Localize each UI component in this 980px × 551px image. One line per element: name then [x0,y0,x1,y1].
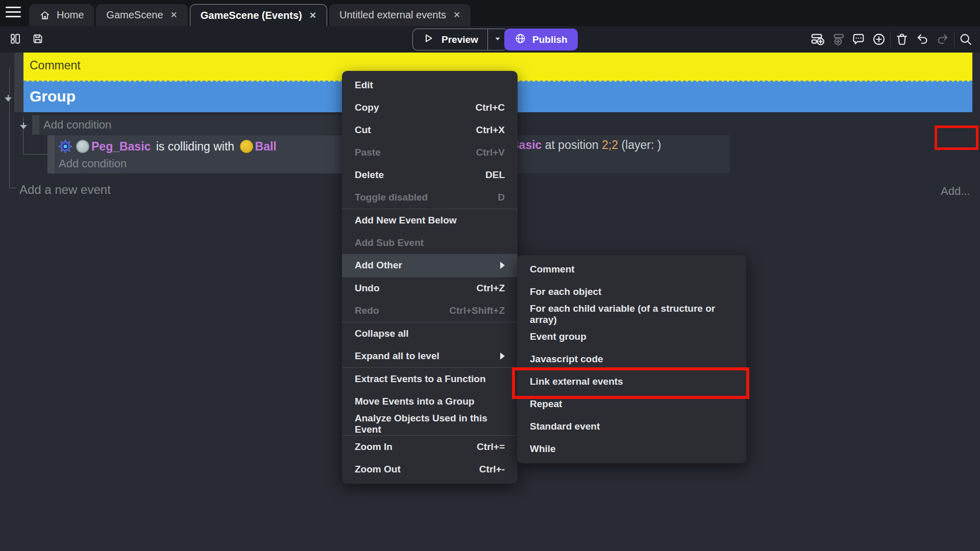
condition-text: is colliding with [153,140,237,154]
context-menu-item-expand-all-to-level[interactable]: Expand all to level [342,345,518,367]
menu-item-shortcut: Ctrl+- [479,464,505,475]
menu-item-label: For each object [530,286,601,297]
add-circle-icon[interactable] [869,31,889,48]
context-menu-item-add-new-event-below[interactable]: Add New Event Below [342,209,518,232]
comment-text: Comment [30,59,81,72]
home-icon [39,10,51,21]
submenu-item-event-group[interactable]: Event group [517,325,746,348]
context-menu-item-extract-events-to-a-function[interactable]: Extract Events to a Function [342,368,518,390]
publish-button[interactable]: Publish [504,29,578,51]
preview-button-label: Preview [442,34,478,45]
panels-icon[interactable] [7,31,23,47]
context-menu-item-edit[interactable]: Edit [342,74,518,96]
search-icon[interactable] [955,31,976,48]
condition-row[interactable]: Peg_Basic is colliding with Ball [59,137,277,156]
menu-item-shortcut: Ctrl+Shift+Z [449,305,505,316]
tab-gamescene-events[interactable]: GameScene (Events)✕ [190,4,327,26]
object-name: Peg_Basic [91,140,151,154]
submenu-item-standard-event[interactable]: Standard event [517,415,746,438]
submenu-arrow-icon [500,262,505,269]
preview-button-group: Preview [412,29,508,51]
tree-line-elbow [9,188,16,188]
menu-item-label: Paste [355,147,381,158]
collision-condition-icon [59,140,72,153]
tab-close-icon[interactable]: ✕ [169,10,178,20]
menu-item-label: Toggle disabled [355,192,428,203]
submenu-item-repeat[interactable]: Repeat [517,393,746,415]
tab-gamescene[interactable]: GameScene✕ [96,4,187,26]
publish-button-label: Publish [532,34,568,45]
save-icon[interactable] [30,31,46,47]
menu-item-label: Standard event [530,421,600,432]
context-menu-item-cut[interactable]: CutCtrl+X [342,119,518,141]
add-other-submenu: CommentFor each objectFor each child var… [517,255,746,463]
menu-item-label: Edit [355,80,373,91]
menu-item-label: While [530,443,556,455]
undo-icon[interactable] [912,31,933,48]
preview-button[interactable]: Preview [412,29,487,51]
context-menu-item-delete[interactable]: DeleteDEL [342,164,518,186]
tab-close-icon[interactable]: ✕ [452,10,460,20]
tab-label: GameScene [106,9,163,21]
context-menu-item-move-events-into-a-group[interactable]: Move Events into a Group [342,390,518,413]
menu-item-shortcut: DEL [485,169,505,181]
context-menu-item-toggle-disabled: Toggle disabledD [342,186,518,209]
add-button[interactable]: Add... [941,185,970,198]
redo-icon [933,31,953,48]
menu-item-label: Move Events into a Group [355,396,474,407]
event-drag-handle[interactable] [32,115,39,135]
toolbar-divider [890,32,891,47]
collapse-arrow-icon[interactable] [19,122,28,130]
add-new-event-button[interactable]: Add a new event [19,183,111,197]
selected-event-drag-handle[interactable] [47,135,55,173]
context-menu-item-collapse-all[interactable]: Collapse all [342,322,518,345]
menu-item-label: Expand all to level [355,350,439,362]
menu-item-label: Javascript code [530,354,603,365]
action-position-value: 2;2 [602,138,618,152]
tab-untitled-external-events[interactable]: Untitled external events✕ [329,4,471,26]
context-menu-item-copy[interactable]: CopyCtrl+C [342,96,518,119]
menu-item-shortcut: Ctrl+X [476,124,505,136]
context-menu-item-zoom-out[interactable]: Zoom OutCtrl+- [342,458,518,481]
submenu-item-link-external-events[interactable]: Link external events [517,370,746,393]
add-event-icon[interactable] [807,31,828,48]
hamburger-menu-icon[interactable] [6,7,21,19]
action-row[interactable]: Basic at position 2;2 (layer: ) [510,138,661,152]
tab-label: Untitled external events [339,9,446,21]
comment-drag-handle[interactable] [14,53,23,82]
collapse-arrow-icon[interactable] [4,95,13,102]
submenu-item-javascript-code[interactable]: Javascript code [517,348,746,370]
submenu-item-comment[interactable]: Comment [517,258,746,281]
menu-item-label: Add Sub Event [355,237,424,248]
submenu-item-for-each-object[interactable]: For each object [517,281,746,303]
submenu-item-while[interactable]: While [517,438,746,460]
add-sub-event-icon [828,31,848,48]
submenu-arrow-icon [500,353,505,360]
group-title: Group [30,88,76,105]
menu-item-label: Add New Event Below [355,215,457,226]
context-menu-item-paste: PasteCtrl+V [342,141,518,164]
toolbar-divider [954,32,954,47]
context-menu-item-undo[interactable]: UndoCtrl+Z [342,277,518,299]
context-menu-item-add-other[interactable]: Add Other [342,254,518,277]
trash-icon[interactable] [892,31,912,48]
peg-basic-thumbnail [76,140,89,153]
menu-item-label: Repeat [530,398,562,410]
menu-item-label: Extract Events to a Function [355,373,486,385]
menu-item-shortcut: D [498,192,505,203]
menu-item-label: Zoom Out [355,464,401,475]
submenu-item-for-each-child-variable-of-a-structure-or-array[interactable]: For each child variable (of a structure … [517,303,746,325]
context-menu-item-analyze-objects-used-in-this-event[interactable]: Analyze Objects Used in this Event [342,413,518,435]
menu-item-label: Undo [355,283,380,294]
add-comment-icon[interactable] [848,31,869,48]
globe-icon [514,33,526,47]
context-menu-item-redo: RedoCtrl+Shift+Z [342,299,518,322]
context-menu-item-zoom-in[interactable]: Zoom InCtrl+= [342,436,518,458]
group-drag-handle[interactable] [14,82,23,112]
tab-home[interactable]: Home [29,4,94,26]
tab-label: GameScene (Events) [201,10,302,21]
selected-event-actions: Basic at position 2;2 (layer: ) [509,135,730,173]
menu-item-label: Collapse all [355,328,409,339]
add-condition-button[interactable]: Add condition [59,156,127,172]
tab-close-icon[interactable]: ✕ [308,10,316,21]
